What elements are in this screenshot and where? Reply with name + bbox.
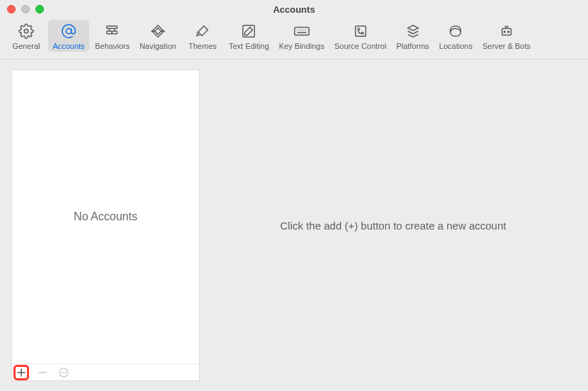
toolbar-item-themes[interactable]: Themes	[182, 20, 223, 52]
toolbar-item-server-bots[interactable]: Server & Bots	[478, 20, 535, 52]
toolbar-item-label: Navigation	[140, 42, 176, 50]
at-icon	[61, 23, 77, 40]
toolbar-item-general[interactable]: General	[6, 20, 47, 52]
sidebar-footer	[12, 363, 199, 380]
preferences-toolbar: General Accounts Behaviors Navigation Th…	[0, 18, 588, 60]
toolbar-item-locations[interactable]: Locations	[435, 20, 477, 52]
toolbar-item-label: Accounts	[52, 42, 84, 50]
accounts-sidebar: No Accounts	[11, 69, 200, 381]
detail-hint: Click the add (+) button to create a new…	[281, 220, 507, 232]
svg-point-16	[65, 372, 67, 373]
toolbar-item-label: Server & Bots	[482, 42, 531, 50]
toolbar-item-label: Themes	[188, 42, 217, 50]
locations-icon	[448, 23, 463, 40]
close-window-button[interactable]	[7, 5, 16, 13]
toolbar-item-platforms[interactable]: Platforms	[392, 20, 433, 52]
text-editing-icon	[241, 23, 256, 40]
content-area: No Accounts Click the add (+) button to …	[0, 60, 588, 391]
toolbar-item-label: Platforms	[396, 42, 429, 50]
toolbar-item-navigation[interactable]: Navigation	[135, 20, 181, 52]
svg-point-14	[61, 372, 62, 373]
behaviors-icon	[104, 23, 120, 40]
svg-rect-4	[112, 31, 117, 34]
accounts-list: No Accounts	[12, 70, 199, 363]
keyboard-icon	[293, 23, 310, 40]
gear-icon	[18, 23, 34, 40]
toolbar-item-key-bindings[interactable]: Key Bindings	[275, 20, 329, 52]
ellipsis-circle-icon	[59, 368, 69, 378]
detail-pane: Click the add (+) button to create a new…	[200, 69, 587, 381]
remove-account-button[interactable]	[36, 366, 49, 379]
toolbar-item-accounts[interactable]: Accounts	[48, 20, 89, 52]
minus-icon	[38, 368, 47, 377]
titlebar: Accounts	[0, 0, 588, 18]
navigation-icon	[150, 23, 166, 40]
platforms-icon	[405, 23, 421, 40]
paintbrush-icon	[195, 23, 210, 40]
traffic-lights	[7, 5, 44, 13]
svg-point-1	[66, 28, 71, 33]
toolbar-item-label: Locations	[439, 42, 473, 50]
svg-rect-3	[107, 31, 112, 34]
svg-point-0	[24, 29, 28, 33]
svg-rect-6	[295, 27, 309, 35]
source-control-icon	[353, 23, 368, 40]
window-title: Accounts	[7, 4, 581, 15]
toolbar-item-label: Key Bindings	[279, 42, 324, 50]
svg-rect-2	[107, 26, 118, 29]
robot-icon	[499, 23, 514, 40]
toolbar-item-label: Source Control	[334, 42, 386, 50]
account-actions-button[interactable]	[57, 366, 70, 379]
svg-rect-7	[355, 26, 366, 37]
toolbar-item-behaviors[interactable]: Behaviors	[91, 20, 134, 52]
add-account-button[interactable]	[15, 366, 28, 379]
svg-point-12	[508, 31, 509, 33]
toolbar-item-label: Text Editing	[229, 42, 269, 50]
toolbar-item-label: Behaviors	[95, 42, 130, 50]
maximize-window-button[interactable]	[35, 5, 44, 13]
toolbar-item-label: General	[12, 42, 40, 50]
toolbar-item-source-control[interactable]: Source Control	[330, 20, 390, 52]
svg-rect-10	[502, 28, 511, 35]
no-accounts-label: No Accounts	[74, 210, 137, 223]
plus-icon	[17, 368, 26, 377]
toolbar-item-text-editing[interactable]: Text Editing	[225, 20, 273, 52]
minimize-window-button[interactable]	[21, 5, 30, 13]
svg-point-15	[63, 372, 64, 373]
svg-point-11	[504, 31, 505, 33]
